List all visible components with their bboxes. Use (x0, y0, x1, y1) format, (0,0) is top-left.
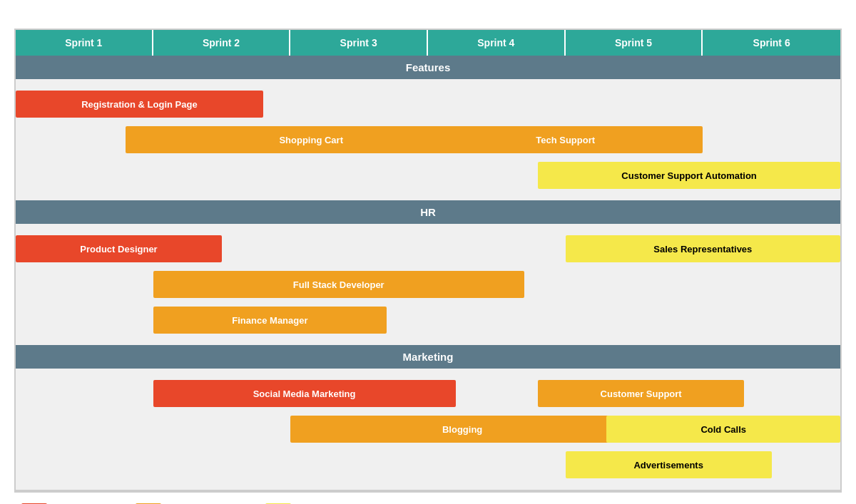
task-bar-2-0: Social Media Marketing (153, 380, 456, 407)
sprint-header-5: Sprint 5 (566, 30, 703, 56)
task-bar-1-1: Sales Representatives (566, 235, 840, 262)
task-bar-0-2: Tech Support (428, 126, 703, 153)
task-bar-0-3: Customer Support Automation (538, 162, 840, 189)
task-bar-1-2: Full Stack Developer (153, 271, 524, 298)
section-header-2: Marketing (16, 345, 840, 369)
legend: High PriorityMedium PriorityLow Priority (14, 491, 842, 504)
task-bar-2-3: Cold Calls (606, 416, 840, 443)
sprint-header-3: Sprint 3 (290, 30, 428, 56)
task-bar-2-4: Advertisements (566, 451, 772, 478)
sprint-header-1: Sprint 1 (16, 30, 153, 56)
section-header-1: HR (16, 200, 840, 224)
task-bar-0-0: Registration & Login Page (16, 91, 263, 118)
sprint-header-4: Sprint 4 (428, 30, 566, 56)
section-header-0: Features (16, 56, 840, 79)
task-area-0: Registration & Login PageShopping CartTe… (16, 79, 840, 200)
sprint-header-6: Sprint 6 (703, 30, 840, 56)
task-bar-1-3: Finance Manager (153, 307, 387, 334)
task-bar-1-0: Product Designer (16, 235, 222, 262)
task-area-2: Social Media MarketingCustomer SupportBl… (16, 369, 840, 490)
task-bar-2-2: Blogging (290, 416, 634, 443)
sprint-header-2: Sprint 2 (153, 30, 291, 56)
sprint-header: Sprint 1Sprint 2Sprint 3Sprint 4Sprint 5… (16, 30, 840, 56)
roadmap-container: Sprint 1Sprint 2Sprint 3Sprint 4Sprint 5… (14, 29, 842, 491)
task-bar-2-1: Customer Support (538, 380, 744, 407)
task-area-1: Product DesignerSales RepresentativesFul… (16, 224, 840, 345)
